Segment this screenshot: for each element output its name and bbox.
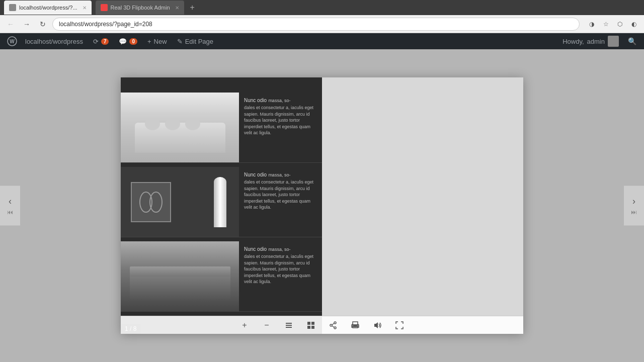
comments-badge: 0 [129, 38, 137, 45]
product-title-2: Nunc odio massa, so- [244, 171, 317, 178]
flipbook-left-page: Nunc odio massa, so- dales et consectetu… [121, 77, 322, 334]
product-image-3 [121, 241, 239, 311]
address-bar[interactable]: localhost/wordpress/?page_id=208 [52, 18, 580, 31]
browser-title-bar: localhost/wordpress/?... ✕ Real 3D Flipb… [0, 0, 644, 15]
svg-rect-5 [286, 325, 292, 326]
product-text-1: Nunc odio massa, so- dales et consectetu… [239, 93, 322, 162]
share-button[interactable] [326, 318, 340, 332]
print-button[interactable] [348, 318, 362, 332]
svg-point-12 [330, 324, 332, 326]
flipbook-right-page [322, 77, 523, 334]
new-tab-button[interactable]: + [188, 3, 197, 12]
updates-badge: 7 [101, 38, 109, 45]
svg-rect-16 [353, 322, 358, 325]
product-item-2: Nunc odio massa, so- dales et consectetu… [121, 167, 322, 237]
refresh-button[interactable]: ↻ [36, 18, 49, 31]
divider-2 [121, 237, 322, 241]
tab-favicon-2 [101, 4, 108, 11]
forward-button[interactable]: → [20, 18, 33, 31]
svg-rect-8 [311, 322, 314, 325]
brightness-button[interactable]: ◑ [586, 18, 598, 30]
howdy-text: Howdy, [562, 38, 584, 45]
sound-button[interactable] [370, 318, 384, 332]
username-text: admin [587, 38, 605, 45]
product-title-3: Nunc odio massa, so- [244, 245, 317, 252]
wp-howdy[interactable]: Howdy, admin [557, 33, 624, 49]
svg-rect-4 [286, 323, 292, 324]
wp-new-item[interactable]: + New [142, 33, 172, 49]
prev-skip-icon: ⏮ [7, 209, 13, 216]
new-label: New [154, 38, 167, 45]
product-image-1 [121, 93, 239, 162]
user-avatar [608, 36, 619, 47]
next-page-button[interactable]: › ⏭ [624, 186, 644, 226]
back-button[interactable]: ← [4, 18, 17, 31]
prev-arrow-icon: ‹ [9, 196, 12, 207]
svg-rect-9 [307, 326, 310, 329]
product-text-2: Nunc odio massa, so- dales et consectetu… [239, 167, 322, 237]
wp-bar-right: Howdy, admin 🔍 [557, 33, 640, 49]
next-arrow-icon: › [632, 196, 635, 207]
browser-nav-bar: ← → ↻ localhost/wordpress/?page_id=208 ◑… [0, 15, 644, 33]
product-desc-1: dales et consectetur a, iaculis eget sap… [244, 105, 317, 136]
svg-rect-7 [307, 322, 310, 325]
flipbook-toolbar: + − [121, 316, 523, 334]
toc-button[interactable] [282, 318, 296, 332]
site-name-text: localhost/wordpress [25, 38, 83, 45]
svg-line-15 [332, 326, 334, 327]
wp-updates-item[interactable]: ⟳ 7 [88, 33, 114, 49]
zoom-out-button[interactable]: − [260, 318, 274, 332]
star-button[interactable]: ☆ [600, 18, 612, 30]
wp-site-name[interactable]: localhost/wordpress [20, 33, 88, 49]
divider-1 [121, 163, 322, 167]
tab-label: localhost/wordpress/?... [19, 5, 77, 11]
extension-button[interactable]: ⬡ [614, 18, 626, 30]
nav-right-buttons: ◑ ☆ ⬡ ◐ [586, 18, 640, 30]
page-header [121, 77, 322, 93]
thumbnails-button[interactable] [304, 318, 318, 332]
svg-point-13 [334, 327, 336, 329]
updates-icon: ⟳ [93, 38, 99, 45]
plus-icon: + [147, 38, 151, 45]
comments-icon: 💬 [119, 38, 127, 45]
product-desc-3: dales et consectetur a, iaculis eget sap… [244, 253, 317, 285]
svg-rect-10 [311, 326, 314, 329]
svg-rect-18 [354, 325, 357, 326]
edit-page-label: Edit Page [185, 38, 213, 45]
next-skip-icon: ⏭ [631, 209, 637, 216]
svg-point-11 [334, 322, 336, 324]
product-item-1: Nunc odio massa, so- dales et consectetu… [121, 93, 322, 163]
product-title-1: Nunc odio massa, so- [244, 97, 317, 104]
wp-search-button[interactable]: 🔍 [624, 33, 640, 49]
wp-admin-bar: W localhost/wordpress ⟳ 7 💬 0 + New ✎ Ed… [0, 33, 644, 49]
tab-label-2: Real 3D Flipbook Admin [111, 5, 170, 11]
tab-favicon [9, 4, 16, 11]
product-image-2 [121, 167, 239, 237]
product-desc-2: dales et consectetur a, iaculis eget sap… [244, 179, 317, 211]
product-item-3: Nunc odio massa, so- dales et consectetu… [121, 241, 322, 312]
pencil-icon: ✎ [177, 38, 183, 45]
svg-line-14 [332, 323, 334, 325]
wp-comments-item[interactable]: 💬 0 [114, 33, 142, 49]
zoom-in-button[interactable]: + [237, 318, 252, 332]
product-text-3: Nunc odio massa, so- dales et consectetu… [239, 241, 322, 311]
address-text: localhost/wordpress/?page_id=208 [59, 21, 152, 28]
flipbook-container: Nunc odio massa, so- dales et consectetu… [121, 77, 523, 334]
prev-page-button[interactable]: ‹ ⏮ [0, 186, 20, 226]
inactive-tab[interactable]: Real 3D Flipbook Admin ✕ [96, 1, 184, 15]
theme-button[interactable]: ◐ [628, 18, 640, 30]
svg-text:W: W [10, 39, 15, 44]
main-content-area: ‹ ⏮ Nunc o [0, 49, 644, 362]
tab-close-button[interactable]: ✕ [83, 5, 87, 11]
tab-close-button-2[interactable]: ✕ [175, 5, 179, 11]
svg-rect-6 [286, 327, 292, 328]
fullscreen-button[interactable] [392, 318, 407, 332]
wp-edit-page-item[interactable]: ✎ Edit Page [172, 33, 218, 49]
active-tab[interactable]: localhost/wordpress/?... ✕ [4, 1, 92, 15]
wp-logo[interactable]: W [4, 33, 20, 49]
